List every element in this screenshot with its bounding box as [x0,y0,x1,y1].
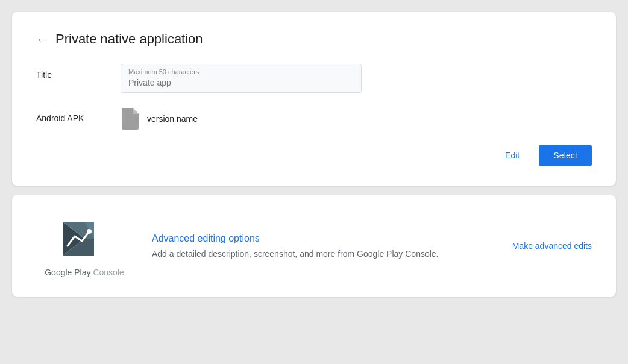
back-icon[interactable]: ← [36,33,48,45]
advanced-title: Advanced editing options [152,233,493,244]
console-text: Console [93,268,124,277]
main-card: ← Private native application Title Maxim… [12,12,616,186]
apk-content: version name [121,107,592,130]
card-actions: Edit Select [36,145,592,166]
title-input-wrapper: Maximum 50 characters [121,64,592,93]
file-icon [121,107,140,130]
page-wrapper: ← Private native application Title Maxim… [12,12,616,297]
play-console-icon [60,215,108,263]
google-play-text: Google Play Console [45,268,124,277]
advanced-action: Make advanced edits [512,241,592,251]
advanced-description: Add a detailed description, screenshot, … [152,249,493,259]
file-svg [122,108,139,130]
title-row: Title Maximum 50 characters [36,64,592,93]
svg-point-4 [87,229,92,234]
apk-row: Android APK version name [36,107,592,130]
page-title: Private native application [55,31,203,47]
apk-label: Android APK [36,107,121,123]
edit-button[interactable]: Edit [495,146,529,165]
play-text: Play [72,268,93,277]
apk-control-wrapper: version name [121,107,592,130]
make-advanced-edits-button[interactable]: Make advanced edits [512,241,592,251]
title-input[interactable] [121,77,361,92]
advanced-card: Google Play Console Advanced editing opt… [12,195,616,297]
advanced-content: Advanced editing options Add a detailed … [152,233,493,259]
google-play-logo: Google Play Console [36,215,133,277]
select-button[interactable]: Select [539,145,592,166]
title-label: Title [36,64,121,80]
title-hint: Maximum 50 characters [121,64,361,77]
google-text: Google [45,268,72,277]
title-input-container[interactable]: Maximum 50 characters [121,64,362,93]
version-name: version name [147,114,198,124]
card-header: ← Private native application [36,31,592,47]
